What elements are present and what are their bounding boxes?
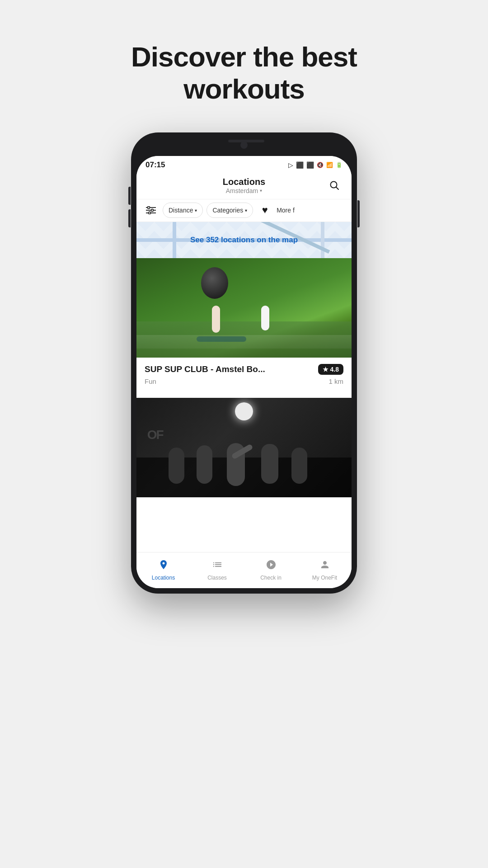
location-card[interactable]: OF <box>136 398 352 508</box>
header-title: Locations <box>223 177 265 187</box>
search-button[interactable] <box>326 177 343 193</box>
svg-point-5 <box>151 209 154 212</box>
nav-item-checkin[interactable]: Check in <box>244 559 298 581</box>
ceiling-light <box>235 402 253 420</box>
svg-point-3 <box>148 207 150 209</box>
card-distance: 1 km <box>328 377 343 385</box>
header-location-row[interactable]: Amsterdam ▾ <box>226 187 263 194</box>
cycling-image: OF <box>136 398 352 497</box>
chevron-down-icon: ▾ <box>260 188 262 193</box>
cyclist-2 <box>197 445 212 484</box>
phone-shell: 07:15 ▷ ⬛ ⬛ 🔇 📶 🔋 Locations Amsterdam ▾ <box>131 132 357 594</box>
distance-filter-chip[interactable]: Distance ▾ <box>163 203 203 218</box>
sup-image <box>136 258 352 358</box>
bottom-navigation: Locations Classes Check in <box>136 552 352 588</box>
map-banner-text: See 352 locations on the map <box>190 236 298 245</box>
heart-icon: ♥ <box>262 204 268 216</box>
rating-value: 4.8 <box>330 366 339 373</box>
person-2 <box>261 306 269 330</box>
profile-nav-label: My OneFit <box>312 575 337 581</box>
card-info: SUP SUP CLUB - Amstel Bo... ★ 4.8 Fun 1 … <box>136 358 352 387</box>
cards-scroll-area[interactable]: SUP SUP CLUB - Amstel Bo... ★ 4.8 Fun 1 … <box>136 258 352 552</box>
locations-nav-icon <box>158 559 169 573</box>
camera-icon: ⬛ <box>296 161 304 169</box>
distance-chevron-icon: ▾ <box>195 208 197 213</box>
classes-nav-label: Classes <box>207 575 227 581</box>
filter-sliders-button[interactable] <box>143 202 159 218</box>
studio-logo: OF <box>147 428 163 442</box>
categories-filter-chip[interactable]: Categories ▾ <box>206 203 253 218</box>
locations-nav-label: Locations <box>152 575 175 581</box>
balloon <box>201 267 228 299</box>
map-road-vertical <box>173 222 176 258</box>
classes-nav-icon <box>212 559 223 573</box>
card-image-cycling: OF <box>136 398 352 497</box>
card-image <box>136 258 352 358</box>
page-headline: Discover the best workouts <box>131 41 357 105</box>
profile-nav-icon <box>319 559 330 573</box>
power-button <box>357 200 360 227</box>
card-top-row: SUP SUP CLUB - Amstel Bo... ★ 4.8 <box>145 364 343 375</box>
location-card[interactable]: SUP SUP CLUB - Amstel Bo... ★ 4.8 Fun 1 … <box>136 258 352 398</box>
header-location-text: Amsterdam <box>226 187 258 194</box>
volume-up-button <box>128 187 131 205</box>
checkin-nav-label: Check in <box>260 575 282 581</box>
water-reflection <box>136 335 352 349</box>
play-icon: ▷ <box>288 161 293 169</box>
header-center: Locations Amsterdam ▾ <box>223 177 265 194</box>
battery-icon: 🔋 <box>336 162 343 168</box>
checkin-nav-icon <box>266 559 277 573</box>
svg-line-1 <box>336 187 338 190</box>
favorites-filter-button[interactable]: ♥ <box>257 202 273 218</box>
card-meta-row: Fun 1 km <box>145 377 343 385</box>
status-icons: ▷ ⬛ ⬛ 🔇 📶 🔋 <box>288 161 343 169</box>
more-filters-label[interactable]: More f <box>277 207 295 214</box>
headline-line1: Discover the best <box>131 41 357 72</box>
cyclist-4 <box>261 444 278 484</box>
volume-down-button <box>128 209 131 227</box>
nav-item-profile[interactable]: My OneFit <box>298 559 352 581</box>
rating-badge: ★ 4.8 <box>318 364 343 375</box>
wifi-icon: 📶 <box>326 162 333 168</box>
map-banner[interactable]: See 352 locations on the map <box>136 222 352 258</box>
phone-screen: 07:15 ▷ ⬛ ⬛ 🔇 📶 🔋 Locations Amsterdam ▾ <box>136 156 352 588</box>
earpiece-speaker <box>228 140 264 142</box>
headline-line2: workouts <box>183 73 305 104</box>
nav-item-classes[interactable]: Classes <box>190 559 244 581</box>
filter-bar: Distance ▾ Categories ▾ ♥ More f <box>136 199 352 222</box>
nav-item-locations[interactable]: Locations <box>136 559 190 581</box>
distance-label: Distance <box>169 207 193 214</box>
categories-chevron-icon: ▾ <box>245 208 247 213</box>
svg-point-7 <box>149 212 151 214</box>
status-time: 07:15 <box>145 160 165 170</box>
map-road-vertical2 <box>321 222 324 258</box>
cyclist-1 <box>169 448 184 484</box>
star-icon: ★ <box>323 366 328 373</box>
cyclist-5 <box>291 448 307 484</box>
card-category: Fun <box>145 377 156 385</box>
save-icon: ⬛ <box>306 161 314 169</box>
categories-label: Categories <box>212 207 243 214</box>
app-header: Locations Amsterdam ▾ <box>136 174 352 199</box>
front-camera <box>240 142 248 149</box>
person-1 <box>212 306 220 333</box>
mute-icon: 🔇 <box>317 162 324 168</box>
status-bar: 07:15 ▷ ⬛ ⬛ 🔇 📶 🔋 <box>136 156 352 174</box>
card-name: SUP SUP CLUB - Amstel Bo... <box>145 364 318 374</box>
